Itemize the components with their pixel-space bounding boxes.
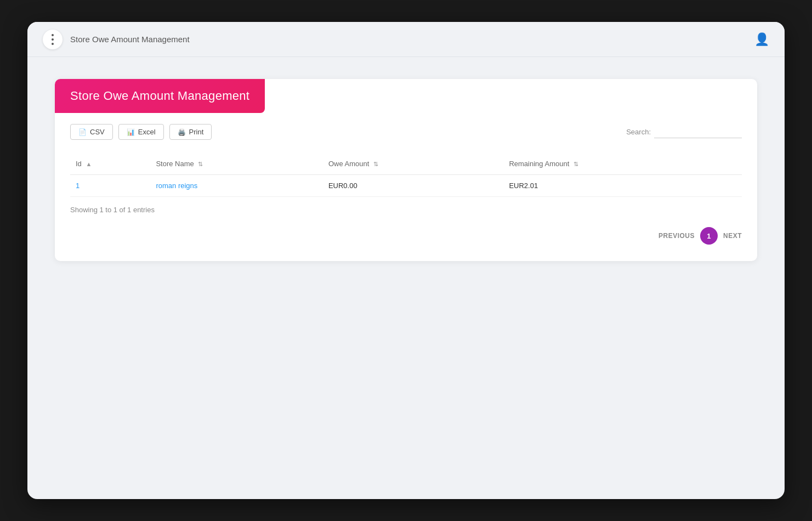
- previous-button[interactable]: PREVIOUS: [658, 232, 695, 240]
- top-bar: Store Owe Amount Management 👤: [27, 22, 785, 57]
- csv-label: CSV: [90, 128, 105, 136]
- print-icon: 🖨️: [178, 128, 186, 136]
- print-label: Print: [189, 128, 204, 136]
- cell-remaining-amount: EUR2.01: [503, 175, 742, 197]
- col-owe-amount-label: Owe Amount: [328, 160, 369, 168]
- cell-id[interactable]: 1: [70, 175, 150, 197]
- col-id-label: Id: [76, 160, 82, 168]
- user-icon[interactable]: 👤: [754, 32, 769, 47]
- search-label: Search:: [626, 128, 651, 136]
- card-body: 📄 CSV 📊 Excel 🖨️ Print Search:: [55, 113, 757, 261]
- col-id: Id ▲: [70, 155, 150, 175]
- card-header-banner: Store Owe Amount Management: [55, 79, 265, 113]
- excel-icon: 📊: [127, 128, 135, 136]
- dot-1: [52, 34, 54, 36]
- col-remaining-amount-label: Remaining Amount: [509, 160, 569, 168]
- showing-entries: Showing 1 to 1 of 1 entries: [70, 206, 742, 214]
- table-row: 1roman reignsEUR0.00EUR2.01: [70, 175, 742, 197]
- main-content: Store Owe Amount Management 📄 CSV 📊 Exce…: [27, 57, 785, 499]
- col-remaining-amount: Remaining Amount ⇅: [503, 155, 742, 175]
- excel-button[interactable]: 📊 Excel: [118, 124, 164, 140]
- search-area: Search:: [626, 126, 742, 138]
- data-table: Id ▲ Store Name ⇅ Owe Amount ⇅: [70, 155, 742, 197]
- table-header-row: Id ▲ Store Name ⇅ Owe Amount ⇅: [70, 155, 742, 175]
- cell-store-name[interactable]: roman reigns: [150, 175, 322, 197]
- table-head: Id ▲ Store Name ⇅ Owe Amount ⇅: [70, 155, 742, 175]
- col-owe-amount-sort-icon: ⇅: [373, 161, 378, 168]
- print-button[interactable]: 🖨️ Print: [169, 124, 212, 140]
- window-frame: Store Owe Amount Management 👤 Store Owe …: [27, 22, 785, 499]
- main-card: Store Owe Amount Management 📄 CSV 📊 Exce…: [55, 79, 757, 261]
- excel-label: Excel: [138, 128, 156, 136]
- cell-owe-amount: EUR0.00: [323, 175, 504, 197]
- next-button[interactable]: NEXT: [723, 232, 742, 240]
- table-body: 1roman reignsEUR0.00EUR2.01: [70, 175, 742, 197]
- dot-3: [52, 43, 54, 45]
- search-input[interactable]: [654, 126, 742, 138]
- page-number-1[interactable]: 1: [700, 227, 718, 245]
- dot-2: [52, 38, 54, 41]
- col-store-name-label: Store Name: [156, 160, 194, 168]
- toolbar: 📄 CSV 📊 Excel 🖨️ Print Search:: [70, 124, 742, 140]
- col-store-name-sort-icon: ⇅: [198, 161, 203, 168]
- sort-asc-icon: ▲: [86, 161, 92, 167]
- csv-button[interactable]: 📄 CSV: [70, 124, 113, 140]
- pagination: PREVIOUS 1 NEXT: [70, 227, 742, 245]
- csv-icon: 📄: [78, 128, 87, 136]
- col-remaining-amount-sort-icon: ⇅: [573, 161, 578, 168]
- top-bar-title: Store Owe Amount Management: [70, 35, 190, 44]
- top-bar-left: Store Owe Amount Management: [43, 30, 190, 49]
- menu-button[interactable]: [43, 30, 63, 49]
- col-store-name: Store Name ⇅: [150, 155, 322, 175]
- col-owe-amount: Owe Amount ⇅: [323, 155, 504, 175]
